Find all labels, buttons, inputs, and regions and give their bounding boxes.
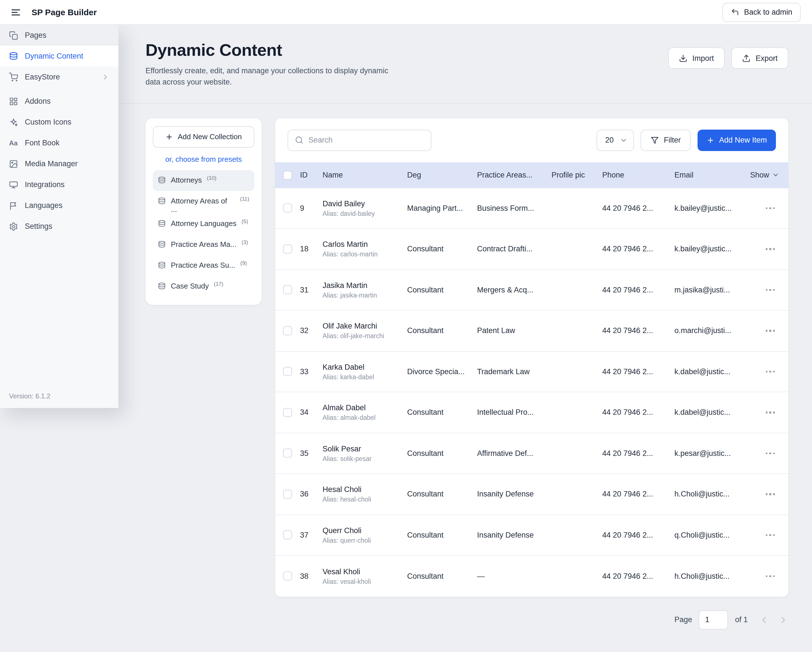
collection-list-item[interactable]: Attorney Languages (5) [153, 213, 254, 234]
menu-toggle-button[interactable] [8, 4, 24, 20]
export-button[interactable]: Export [731, 47, 788, 69]
cell-email: k.pesar@justic... [675, 449, 752, 458]
add-new-item-button[interactable]: Add New Item [698, 129, 776, 151]
cell-email: m.jasika@justi... [675, 286, 752, 294]
back-to-admin-button[interactable]: Back to admin [723, 3, 801, 22]
previous-page-button[interactable] [759, 614, 769, 625]
row-checkbox[interactable] [283, 408, 292, 417]
cell-id: 37 [300, 531, 322, 539]
column-header-phone[interactable]: Phone [602, 171, 675, 179]
column-header-practice-areas[interactable]: Practice Areas... [477, 171, 551, 179]
sidebar-item-label: Dynamic Content [25, 52, 83, 60]
collection-list-item[interactable]: Practice Areas Ma... (3) [153, 234, 254, 255]
font-book-icon: Aa [9, 139, 18, 147]
cell-email: k.bailey@justic... [675, 245, 752, 253]
filter-label: Filter [664, 136, 681, 144]
row-checkbox[interactable] [283, 530, 292, 539]
cell-practice-areas: Trademark Law [477, 367, 551, 376]
integrations-icon [9, 180, 18, 189]
row-checkbox[interactable] [283, 204, 292, 213]
row-actions-menu-button[interactable] [752, 289, 788, 291]
pages-icon [9, 31, 18, 40]
row-actions-menu-button[interactable] [752, 411, 788, 413]
media-image-icon [9, 159, 18, 168]
collection-count: (10) [207, 174, 217, 181]
hamburger-icon [11, 7, 21, 17]
page-size-select[interactable]: 20 [597, 129, 634, 151]
sidebar-item-settings[interactable]: Settings [0, 216, 118, 237]
sidebar-item-dynamic-content[interactable]: Dynamic Content [0, 46, 118, 67]
row-actions-menu-button[interactable] [752, 493, 788, 495]
cell-name: Carlos Martin [322, 240, 407, 249]
page-number-input[interactable] [699, 610, 728, 629]
row-actions-menu-button[interactable] [752, 370, 788, 373]
sidebar: Pages Dynamic Content EasyStore Addons C… [0, 25, 118, 408]
select-all-checkbox[interactable] [283, 171, 292, 180]
page-title: Dynamic Content [145, 41, 394, 60]
cell-id: 34 [300, 408, 322, 417]
cell-practice-areas: Business Form... [477, 204, 551, 212]
column-header-show[interactable]: Show [752, 171, 788, 179]
import-button[interactable]: Import [668, 47, 725, 69]
row-checkbox[interactable] [283, 245, 292, 254]
sidebar-item-pages[interactable]: Pages [0, 25, 118, 46]
cell-practice-areas: Intellectual Pro... [477, 408, 551, 417]
sidebar-item-addons[interactable]: Addons [0, 91, 118, 111]
cell-phone: 44 20 7946 2... [602, 490, 675, 498]
cell-phone: 44 20 7946 2... [602, 367, 675, 376]
cell-email: k.bailey@justic... [675, 204, 752, 212]
choose-from-presets-link[interactable]: or, choose from presets [153, 155, 254, 163]
sidebar-item-media-manager[interactable]: Media Manager [0, 153, 118, 174]
row-checkbox[interactable] [283, 326, 292, 335]
row-checkbox[interactable] [283, 490, 292, 499]
search-box [288, 129, 431, 151]
collections-list: Attorneys (10) Attorney Areas of ... (11… [153, 170, 254, 297]
cell-id: 31 [300, 286, 322, 294]
cell-email: k.dabel@justic... [675, 367, 752, 376]
import-download-icon [679, 54, 687, 62]
row-actions-menu-button[interactable] [752, 207, 788, 209]
column-header-email[interactable]: Email [675, 171, 752, 179]
row-checkbox[interactable] [283, 449, 292, 458]
row-actions-menu-button[interactable] [752, 330, 788, 332]
cell-name: Almak Dabel [322, 404, 407, 412]
sidebar-item-languages[interactable]: Languages [0, 195, 118, 216]
sidebar-item-font-book[interactable]: Aa Font Book [0, 133, 118, 153]
chevron-right-icon [102, 73, 109, 81]
add-new-collection-button[interactable]: Add New Collection [153, 126, 254, 147]
row-actions-menu-button[interactable] [752, 452, 788, 454]
column-header-deg[interactable]: Deg [407, 171, 477, 179]
row-checkbox[interactable] [283, 285, 292, 294]
cell-phone: 44 20 7946 2... [602, 326, 675, 335]
row-actions-menu-button[interactable] [752, 534, 788, 536]
cell-email: h.Choli@justic... [675, 490, 752, 498]
collection-list-item[interactable]: Practice Areas Su... (9) [153, 255, 254, 276]
cell-id: 33 [300, 367, 322, 376]
row-actions-menu-button[interactable] [752, 248, 788, 250]
sidebar-item-custom-icons[interactable]: Custom Icons [0, 111, 118, 133]
sidebar-item-integrations[interactable]: Integrations [0, 174, 118, 195]
column-header-id[interactable]: ID [300, 171, 322, 179]
page-header: Dynamic Content Effortlessly create, edi… [0, 25, 812, 104]
cell-practice-areas: Mergers & Acq... [477, 286, 551, 294]
sidebar-item-easystore[interactable]: EasyStore [0, 67, 118, 87]
row-actions-menu-button[interactable] [752, 575, 788, 577]
filter-button[interactable]: Filter [641, 129, 691, 151]
search-input[interactable] [308, 136, 424, 144]
sidebar-item-label: Custom Icons [25, 118, 71, 126]
cell-id: 35 [300, 449, 322, 458]
column-header-profile-pic[interactable]: Profile pic [551, 171, 602, 179]
row-checkbox[interactable] [283, 572, 292, 581]
row-checkbox[interactable] [283, 367, 292, 376]
sidebar-item-label: Addons [25, 97, 51, 105]
sidebar-item-label: Pages [25, 31, 47, 40]
languages-flag-icon [9, 201, 18, 210]
cell-deg: Consultant [407, 286, 477, 294]
plus-icon [707, 136, 714, 144]
collection-list-item[interactable]: Case Study (17) [153, 276, 254, 297]
column-header-name[interactable]: Name [322, 171, 407, 179]
collection-list-item[interactable]: Attorney Areas of ... (11) [153, 191, 254, 213]
collection-list-item[interactable]: Attorneys (10) [153, 170, 254, 191]
next-page-button[interactable] [778, 614, 788, 625]
chevron-down-icon [620, 136, 627, 144]
